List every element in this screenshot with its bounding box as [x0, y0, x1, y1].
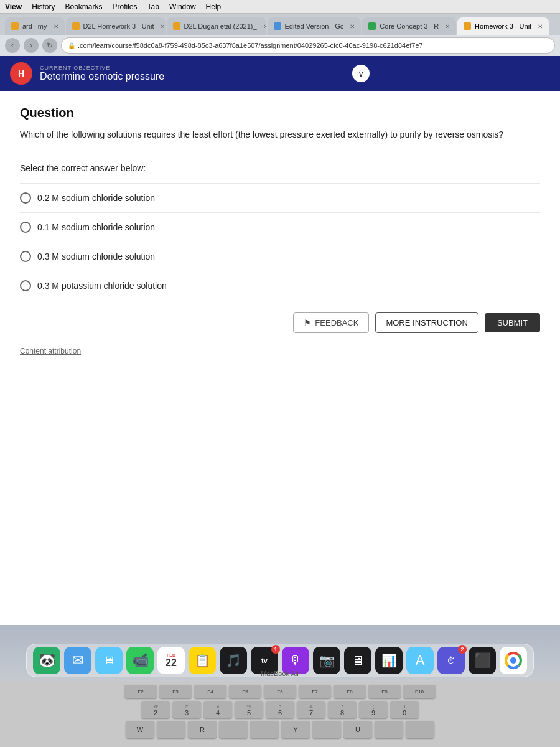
tab-6[interactable]: Homework 3 - Unit ✕ [457, 17, 549, 35]
dock-appstore[interactable]: A [406, 647, 434, 674]
menu-profiles[interactable]: Profiles [113, 2, 138, 11]
objective-title: Determine osmotic pressure [40, 71, 164, 82]
browser-chrome: ard | my ✕ D2L Homework 3 - Unit ✕ D2L D… [0, 14, 560, 56]
dock-stocks[interactable]: 📊 [375, 647, 403, 674]
tab-close[interactable]: ✕ [263, 23, 266, 30]
key-f8[interactable]: F8 [334, 685, 366, 698]
objective-container: CURRENT OBJECTIVE Determine osmotic pres… [40, 65, 164, 82]
key-lparen-9[interactable]: ( 9 [359, 701, 388, 718]
forward-button[interactable]: › [24, 38, 39, 53]
key-f3[interactable]: F3 [159, 685, 192, 698]
key-f4[interactable]: F4 [194, 685, 226, 698]
tab-4[interactable]: Edited Version - Gc ✕ [268, 17, 362, 35]
radio-3[interactable] [20, 251, 31, 262]
key-star-8[interactable]: * 8 [328, 701, 357, 718]
dock-facetime[interactable]: 📹 [126, 647, 154, 674]
feedback-button[interactable]: ⚑ FEEDBACK [293, 312, 369, 333]
key-o[interactable] [406, 721, 434, 738]
tab-label: D2L Homework 3 - Unit [83, 22, 154, 30]
address-bar[interactable]: 🔒 .com/learn/course/f58dc0a8-f759-498d-8… [61, 37, 555, 54]
dock-music[interactable]: 🎵 [220, 647, 247, 674]
radio-2[interactable] [20, 222, 31, 233]
key-i[interactable] [375, 721, 403, 738]
more-instruction-button[interactable]: MORE INSTRUCTION [375, 312, 478, 333]
key-y[interactable]: Y [281, 721, 310, 738]
key-f10[interactable]: F10 [403, 685, 436, 698]
dock-chrome[interactable] [500, 647, 527, 674]
lock-icon: 🔒 [68, 42, 75, 49]
key-r[interactable]: R [188, 721, 217, 738]
macbook-label: MacBook Air [261, 670, 299, 677]
answer-option-2[interactable]: 0.1 M sodium chloride solution [20, 212, 540, 242]
url-text: .com/learn/course/f58dc0a8-f759-498d-85c… [78, 42, 423, 49]
content-attribution[interactable]: Content attribution [20, 347, 540, 355]
key-w[interactable]: W [126, 721, 154, 738]
menu-window[interactable]: Window [169, 2, 196, 11]
menu-bar: View History Bookmarks Profiles Tab Wind… [0, 0, 560, 14]
tab-5[interactable]: Core Concept 3 - R ✕ [362, 17, 456, 35]
key-amp-7[interactable]: & 7 [297, 701, 325, 718]
answer-option-3[interactable]: 0.3 M sodium chloride solution [20, 242, 540, 271]
chevron-down-icon[interactable]: ∨ [352, 65, 370, 82]
key-dollar-4[interactable]: $ 4 [203, 701, 232, 718]
tab-favicon [274, 22, 281, 30]
tab-close[interactable]: ✕ [445, 23, 450, 30]
key-at-2[interactable]: @ 2 [141, 701, 170, 718]
tab-close[interactable]: ✕ [54, 23, 58, 30]
question-section: Question Which of the following solution… [20, 106, 540, 355]
tab-close[interactable]: ✕ [160, 23, 165, 30]
dock-notch[interactable]: ⬛ [469, 647, 496, 674]
dock-camera[interactable]: 📷 [313, 647, 340, 674]
dock-notes[interactable]: 📋 [189, 647, 216, 674]
key-caret-6[interactable]: ^ 6 [266, 701, 294, 718]
menu-history[interactable]: History [32, 2, 55, 11]
key-hash-3[interactable]: # 3 [172, 701, 201, 718]
refresh-button[interactable]: ↻ [42, 38, 57, 53]
menu-tab[interactable]: Tab [147, 2, 159, 11]
menu-bookmarks[interactable]: Bookmarks [65, 2, 102, 11]
tab-2[interactable]: D2L Homework 3 - Unit ✕ [66, 17, 166, 35]
key-f7[interactable]: F7 [299, 685, 331, 698]
chrome-center [510, 657, 516, 664]
address-bar-row: ‹ › ↻ 🔒 .com/learn/course/f58dc0a8-f759-… [0, 35, 560, 56]
key-e[interactable] [157, 721, 185, 738]
key-f5[interactable]: F5 [229, 685, 261, 698]
tv-badge: 1 [271, 645, 280, 654]
menu-view[interactable]: View [5, 2, 22, 11]
tab-label: Edited Version - Gc [285, 22, 344, 30]
key-y-space[interactable] [250, 721, 279, 738]
answer-text-1: 0.2 M sodium chloride solution [37, 193, 155, 203]
radio-4[interactable] [20, 280, 31, 291]
key-f2[interactable]: F2 [124, 685, 157, 698]
dock-wechat[interactable]: 🐼 [33, 647, 60, 674]
tab-favicon [173, 22, 180, 30]
dock-display[interactable]: 🖥 [344, 647, 371, 674]
dock-calendar[interactable]: FEB 22 [157, 647, 185, 674]
radio-1[interactable] [20, 192, 31, 204]
tab-1[interactable]: ard | my ✕ [5, 17, 65, 35]
answer-text-2: 0.1 M sodium chloride solution [37, 222, 155, 232]
key-t[interactable] [219, 721, 248, 738]
submit-button[interactable]: SUBMIT [485, 313, 540, 332]
dock-mail[interactable]: ✉ [64, 647, 91, 674]
desktop-area: 🐼 ✉ 🖥 📹 FEB 22 📋 🎵 tv 1 🎙 📷 🖥 📊 A [0, 625, 560, 681]
objective-label: CURRENT OBJECTIVE [40, 65, 164, 71]
qwerty-key-row: W R Y U [12, 721, 548, 738]
key-percent-5[interactable]: % 5 [235, 701, 263, 718]
key-f6[interactable]: F6 [264, 685, 296, 698]
tab-3[interactable]: D2L Dugan etal (2021)_ ✕ [167, 17, 266, 35]
key-u-space[interactable] [312, 721, 341, 738]
tab-close[interactable]: ✕ [538, 23, 543, 30]
menu-help[interactable]: Help [206, 2, 222, 11]
key-f9[interactable]: F9 [368, 685, 401, 698]
tab-label: D2L Dugan etal (2021)_ [184, 22, 257, 30]
question-text: Which of the following solutions require… [20, 128, 540, 141]
tab-close[interactable]: ✕ [350, 23, 355, 30]
answer-option-4[interactable]: 0.3 M potassium chloride solution [20, 271, 540, 300]
answer-option-1[interactable]: 0.2 M sodium chloride solution [20, 183, 540, 212]
dock-finder[interactable]: 🖥 [95, 647, 123, 674]
key-rparen-0[interactable]: ) 0 [390, 701, 419, 718]
back-button[interactable]: ‹ [5, 38, 20, 53]
key-u[interactable]: U [343, 721, 372, 738]
dock-screentime[interactable]: 2 ⏱ [437, 647, 465, 674]
